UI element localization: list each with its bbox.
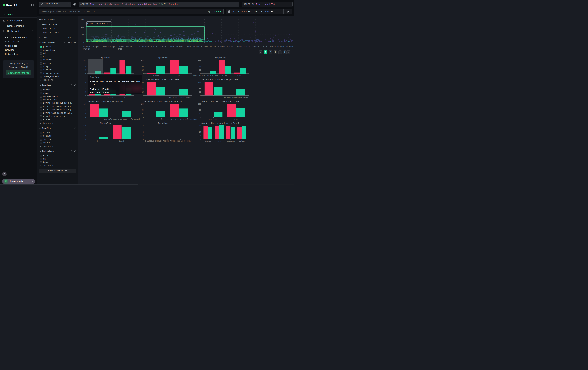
svg-text:0: 0: [143, 72, 144, 74]
svg-text:100: 100: [198, 81, 201, 83]
svg-text:5e02b5fb-13ae-4296-bbbc-111f42: 5e02b5fb-13ae-4296-bbbc-111f423c460d: [104, 118, 140, 120]
svg-text:SpanName: SpanName: [101, 57, 110, 59]
svg-text:ResourceAttributes.k8s.pod.uid: ResourceAttributes.k8s.pod.uid: [88, 100, 123, 103]
svg-text:SpanKind: SpanKind: [158, 57, 168, 59]
svg-text:8:30am: 8:30am: [261, 46, 267, 48]
svg-text:6:30am: 6:30am: [227, 46, 233, 48]
svg-text:0.1.0: 0.1.0: [108, 96, 113, 98]
svg-text:0: 0: [84, 41, 84, 43]
svg-text:25: 25: [84, 91, 86, 93]
svg-text:14: 14: [199, 131, 201, 133]
svg-text:SpanAttributes.app.loyalty.lev: SpanAttributes.app.loyalty.level: [201, 122, 239, 125]
svg-text:0: 0: [200, 117, 201, 118]
svg-text:Unset: Unset: [119, 140, 124, 142]
svg-text:25: 25: [84, 135, 86, 137]
svg-text:50: 50: [84, 109, 86, 111]
svg-text:Duration: Duration: [158, 122, 168, 125]
svg-text:7:30am: 7:30am: [244, 46, 250, 48]
svg-text:0: 0: [200, 138, 201, 140]
svg-text:@hyperdx/instrumentation-excep: @hyperdx/instrumentation-exception: [193, 74, 227, 76]
svg-text:25: 25: [84, 113, 86, 115]
svg-text:50: 50: [84, 65, 86, 67]
svg-text:10:00am: 10:00am: [285, 46, 293, 48]
svg-text:f5344ec9-a1ea-4290-a62a-78f5be: f5344ec9-a1ea-4290-a62a-78f5bee8d90b: [161, 118, 197, 120]
svg-text:bronze: bronze: [205, 140, 211, 142]
svg-text:25: 25: [84, 69, 86, 71]
svg-text:0.51.1: 0.51.1: [122, 96, 128, 98]
svg-text:50: 50: [199, 87, 201, 89]
svg-text:1:00am: 1:00am: [134, 46, 140, 48]
svg-text:SpanAttributes...yment.card_ty: SpanAttributes...yment.card_type: [201, 100, 239, 103]
svg-text:silver: silver: [239, 140, 245, 142]
svg-text:600: 600: [81, 19, 84, 21]
svg-text:25: 25: [199, 91, 201, 93]
svg-text:9/15: 9/15: [118, 48, 122, 50]
svg-text:9:30am: 9:30am: [277, 46, 284, 48]
svg-text:platinum: platinum: [227, 140, 235, 142]
svg-text:3:30am: 3:30am: [176, 46, 183, 48]
svg-text:100: 100: [84, 125, 86, 127]
svg-text:12:30am: 12:30am: [125, 46, 132, 48]
svg-text:4:00am: 4:00am: [184, 46, 191, 48]
svg-text:25: 25: [199, 69, 201, 71]
svg-text:Internal: Internal: [152, 74, 160, 76]
svg-text:50: 50: [142, 109, 144, 111]
svg-text:4:30am: 4:30am: [193, 46, 200, 48]
svg-text:10:30pm: 10:30pm: [91, 46, 98, 48]
svg-text:4: 4: [143, 135, 144, 137]
svg-text:11:00pm: 11:00pm: [99, 46, 107, 48]
svg-text:100: 100: [84, 81, 86, 83]
svg-text:ResourceAttributes.k8s.pod.nam: ResourceAttributes.k8s.pod.name: [202, 79, 239, 81]
svg-text:50: 50: [199, 109, 201, 111]
svg-text:50: 50: [142, 65, 144, 67]
svg-text:0: 0: [143, 138, 144, 140]
svg-text:0: 0: [200, 95, 201, 97]
svg-text:0: 0: [85, 95, 86, 97]
svg-text:50: 50: [199, 65, 201, 67]
svg-text:100: 100: [84, 59, 86, 61]
svg-text:StatusCode: StatusCode: [100, 122, 111, 125]
svg-text:ResourceAttribu..ice.instance.: ResourceAttribu..ice.instance.id: [144, 100, 182, 103]
svg-text:0: 0: [143, 117, 144, 118]
svg-text:0: 0: [85, 138, 86, 140]
svg-text:1:30am: 1:30am: [142, 46, 149, 48]
svg-text:2:00am: 2:00am: [151, 46, 157, 48]
svg-text:400: 400: [81, 26, 84, 28]
svg-text:2:30am: 2:30am: [159, 46, 166, 48]
svg-text:200: 200: [81, 34, 84, 36]
svg-text:50: 50: [84, 131, 86, 133]
svg-text:ScopeName: ScopeName: [215, 57, 226, 59]
svg-text:16: 16: [142, 125, 144, 127]
svg-text:mastercard: mastercard: [209, 118, 219, 120]
svg-text:6:00am: 6:00am: [218, 46, 225, 48]
svg-text:5:00am: 5:00am: [201, 46, 208, 48]
svg-text:5:30am: 5:30am: [210, 46, 216, 48]
svg-text:12:00am: 12:00am: [116, 46, 124, 48]
svg-text:Error: Error: [97, 140, 102, 142]
svg-text:100: 100: [141, 103, 144, 105]
svg-text:gold: gold: [217, 140, 221, 142]
svg-text:payment: payment: [237, 74, 243, 76]
svg-text:25: 25: [199, 113, 201, 115]
svg-text:100: 100: [84, 103, 86, 105]
svg-text:100: 100: [198, 103, 201, 105]
svg-text:7:00am: 7:00am: [235, 46, 242, 48]
svg-text:100: 100: [141, 59, 144, 61]
svg-text:0: 0: [143, 95, 144, 97]
svg-text:Server: Server: [176, 74, 182, 76]
svg-text:payment-7985c8969c-mwmw7: payment-7985c8969c-mwmw7: [224, 96, 248, 98]
svg-text:0: 0: [85, 117, 86, 118]
svg-text:100: 100: [198, 59, 201, 61]
svg-text:28: 28: [199, 125, 201, 127]
svg-text:7: 7: [200, 135, 201, 137]
svg-text:visa: visa: [234, 118, 238, 120]
svg-text:8:00am: 8:00am: [252, 46, 259, 48]
svg-text:0 1198813 2944180 703098 75948: 0 1198813 2944180 703098 759483 822013 9…: [145, 140, 192, 142]
svg-text:50: 50: [84, 87, 86, 89]
svg-text:8: 8: [143, 131, 144, 133]
svg-text:0: 0: [85, 72, 86, 74]
svg-text:25: 25: [142, 69, 144, 71]
svg-text:payment-7985c8969c-mwmw7: payment-7985c8969c-mwmw7: [167, 96, 191, 98]
svg-text:9/14/25: 9/14/25: [83, 48, 90, 50]
svg-text:3:00am: 3:00am: [168, 46, 174, 48]
